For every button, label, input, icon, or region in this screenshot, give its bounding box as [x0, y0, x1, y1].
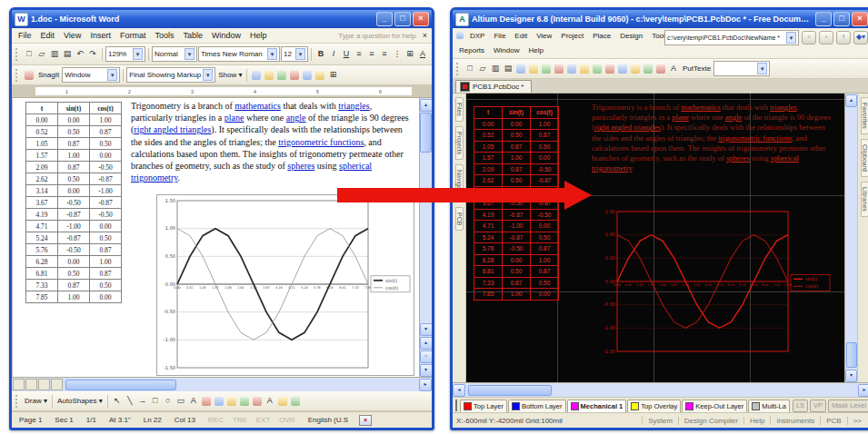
right-panel-tab-favorites[interactable]: Favorites: [861, 97, 868, 134]
spellcheck-book-icon[interactable]: ×: [359, 415, 372, 426]
bold-icon[interactable]: B: [314, 48, 327, 61]
restore-button[interactable]: □: [394, 12, 411, 26]
line-icon[interactable]: ╲: [124, 395, 136, 408]
status-panel-link-design-compiler[interactable]: Design Compiler: [678, 417, 743, 425]
right-panel-tab-libraries[interactable]: Libraries: [861, 182, 868, 217]
scroll-up-icon[interactable]: ▴: [420, 99, 433, 112]
italic-icon[interactable]: I: [327, 48, 340, 61]
underline-icon[interactable]: U: [340, 48, 353, 61]
left-panel-tab-projects[interactable]: Projects: [455, 126, 464, 160]
scroll-down-icon[interactable]: ▾: [420, 323, 433, 336]
status-panel-link-instruments[interactable]: Instruments: [770, 417, 820, 425]
hyperlink[interactable]: mathematics: [681, 103, 720, 112]
hyperlink[interactable]: plane: [224, 113, 244, 123]
canvas-vertical-scrollbar[interactable]: ▴ ▾: [844, 94, 857, 382]
outline-view-button[interactable]: [51, 379, 63, 390]
place-polygon-icon[interactable]: [654, 63, 667, 75]
autoshapes-menu-button[interactable]: AutoShapes ▾: [55, 397, 105, 405]
current-layer-color-swatch[interactable]: [455, 399, 457, 411]
altium-menu-reports[interactable]: Reports: [454, 45, 489, 55]
draw-menu-button[interactable]: Draw ▾: [23, 397, 49, 405]
redo-icon[interactable]: ↷: [86, 48, 99, 61]
word-menu-window[interactable]: Window: [207, 30, 245, 41]
minimize-button[interactable]: _: [376, 12, 393, 26]
previous-change-icon[interactable]: [250, 69, 263, 82]
oval-icon[interactable]: ○: [162, 395, 175, 408]
word-menu-tools[interactable]: Tools: [150, 30, 178, 41]
wordart-icon[interactable]: A: [187, 395, 200, 408]
altium-menu-file[interactable]: File: [489, 31, 510, 41]
scroll-down-icon[interactable]: ▾: [845, 370, 857, 382]
status-toggle-ext[interactable]: EXT: [254, 416, 273, 424]
place-via-icon[interactable]: [616, 63, 629, 75]
accept-change-icon[interactable]: [275, 69, 288, 82]
scroll-thumb[interactable]: [468, 385, 552, 396]
restore-button[interactable]: □: [833, 12, 850, 26]
select-objects-icon[interactable]: ↖: [111, 395, 124, 408]
print-preview-icon[interactable]: [514, 63, 527, 75]
web-layout-view-button[interactable]: [25, 379, 37, 390]
word-horizontal-scrollbar[interactable]: ▸: [12, 377, 432, 391]
chevron-down-icon[interactable]: ▾: [185, 48, 195, 60]
status-panel-link-help[interactable]: Help: [743, 417, 770, 425]
hyperlink[interactable]: mathematics: [234, 101, 281, 111]
outside-border-icon[interactable]: ⊞: [404, 48, 416, 61]
scroll-thumb[interactable]: [65, 380, 176, 390]
chevron-down-icon[interactable]: ▾: [267, 48, 277, 60]
scroll-right-icon[interactable]: ▸: [858, 384, 868, 397]
font-size-combobox[interactable]: 12▾: [281, 46, 308, 62]
pcb-chart[interactable]: -1.50-1.00-0.500.000.501.001.500.000.521…: [599, 208, 832, 357]
chevron-down-icon[interactable]: ▾: [295, 48, 305, 60]
markup-view-combobox[interactable]: Final Showing Markup▾: [126, 67, 215, 83]
font-combobox[interactable]: Times New Roman▾: [198, 46, 280, 62]
altium-menu-edit[interactable]: Edit: [510, 31, 532, 41]
left-panel-tab-pcb[interactable]: PCB: [455, 207, 464, 231]
altium-logo-button[interactable]: ◆▾: [853, 31, 868, 44]
snagit-icon[interactable]: [23, 69, 35, 82]
chevron-down-icon[interactable]: ▾: [203, 69, 213, 81]
close-button[interactable]: ×: [413, 12, 429, 26]
hyperlink[interactable]: right angled triangles: [134, 124, 211, 134]
empty-combobox[interactable]: ▾: [713, 61, 770, 76]
open-icon[interactable]: ▱: [476, 63, 489, 75]
browse-previous-button[interactable]: ▴: [420, 337, 433, 350]
status-panel-link-system[interactable]: System: [642, 417, 678, 425]
scroll-thumb[interactable]: [420, 113, 432, 153]
chevron-down-icon[interactable]: ▾: [786, 32, 796, 44]
insert-table-icon[interactable]: ⊞: [326, 69, 339, 82]
align-right-icon[interactable]: ≡: [378, 48, 391, 61]
shadow-style-icon[interactable]: [276, 395, 289, 408]
font-color-draw-icon[interactable]: A: [264, 395, 276, 408]
insert-picture-icon[interactable]: [225, 395, 238, 408]
altium-titlebar[interactable]: A Altium Designer 6.8 (Internal Build 90…: [453, 10, 868, 28]
word-embedded-chart[interactable]: -1.50-1.00-0.500.000.501.001.500.000.521…: [156, 194, 414, 376]
print-layout-view-button[interactable]: [38, 379, 50, 390]
new-document-icon[interactable]: □: [23, 48, 35, 61]
scroll-up-icon[interactable]: ▴: [845, 94, 857, 107]
print-icon[interactable]: ▤: [61, 48, 74, 61]
font-color-icon[interactable]: A: [416, 48, 429, 61]
chevron-down-icon[interactable]: ▾: [133, 48, 143, 60]
hyperlink[interactable]: angle: [286, 113, 306, 123]
type-question-box[interactable]: Type a question for help: [338, 32, 419, 40]
hyperlink[interactable]: trigonometric functions: [278, 137, 364, 147]
hyperlink[interactable]: triangles: [338, 101, 369, 111]
numbering-icon[interactable]: ⋮: [391, 48, 404, 61]
forward-button[interactable]: ◦: [819, 31, 833, 44]
diagram-icon[interactable]: [200, 395, 213, 408]
word-menu-help[interactable]: Help: [245, 30, 272, 41]
status-toggle-rec[interactable]: REC: [206, 416, 225, 424]
align-left-icon[interactable]: ≡: [353, 48, 365, 61]
place-string-icon[interactable]: A: [667, 63, 680, 75]
word-titlebar[interactable]: W 1.doc - Microsoft Word _ □ ×: [12, 10, 432, 28]
word-data-table[interactable]: tsin(t)cos(t)0.000.001.000.520.500.871.0…: [25, 102, 122, 303]
word-menu-table[interactable]: Table: [178, 30, 207, 41]
chevron-down-icon[interactable]: ▾: [757, 63, 767, 74]
puttext-button[interactable]: PutTexte: [681, 64, 713, 73]
layer-tab-keep-out-layer[interactable]: Keep-Out Layer: [682, 399, 747, 412]
arrow-icon[interactable]: →: [136, 395, 149, 408]
zoom-combobox[interactable]: 129%▾: [105, 46, 145, 62]
zoom-fit-icon[interactable]: [527, 63, 540, 75]
snagit-window-combobox[interactable]: Window▾: [62, 67, 120, 83]
altium-menu-help[interactable]: Help: [524, 45, 547, 55]
